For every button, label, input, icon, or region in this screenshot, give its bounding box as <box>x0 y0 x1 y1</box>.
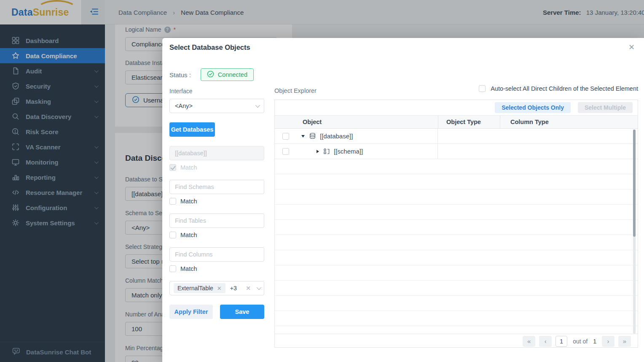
find-tables-input[interactable] <box>169 213 264 228</box>
find-schemas-input[interactable] <box>169 180 264 194</box>
status-label: Status : <box>169 71 191 78</box>
row-checkbox[interactable] <box>282 148 289 155</box>
match-label: Match <box>180 198 197 205</box>
empty-row <box>275 235 638 250</box>
expand-caret-icon[interactable] <box>317 150 319 153</box>
tree-row-schema[interactable]: [[schema]] <box>275 144 638 159</box>
selected-objects-only-button[interactable]: Selected Objects Only <box>495 102 571 113</box>
page-input[interactable] <box>555 336 567 347</box>
find-columns-input[interactable] <box>169 247 264 262</box>
autoselect-children-control: Auto-select All Direct Children of the S… <box>479 85 638 92</box>
object-explorer-table: Selected Objects Only Select Multiple Ob… <box>274 100 638 348</box>
empty-row <box>275 296 638 311</box>
empty-row <box>275 174 638 189</box>
prev-page-button[interactable]: ‹ <box>539 336 552 347</box>
tree-row-database[interactable]: [[database]] <box>275 129 638 144</box>
get-databases-button[interactable]: Get Databases <box>169 122 215 137</box>
chevron-down-icon <box>257 285 261 290</box>
apply-filter-button[interactable]: Apply Filter <box>169 305 213 319</box>
pagination: « ‹ out of 1 › » <box>275 334 638 348</box>
selected-tag: ExternalTable ✕ <box>174 283 225 293</box>
table-header: Object Object Type Column Type <box>275 115 638 129</box>
column-header-column-type: Column Type <box>500 116 638 128</box>
table-scrollbar <box>633 130 636 334</box>
close-icon[interactable]: ✕ <box>628 43 635 51</box>
chevron-down-icon <box>255 103 260 108</box>
modal-title: Select Database Objects <box>169 43 250 51</box>
empty-row <box>275 281 638 296</box>
more-tags-count: +3 <box>230 285 237 292</box>
match-checkbox-schemas[interactable] <box>169 198 176 205</box>
table-body: [[database]] [[schema]] <box>275 129 638 334</box>
tree-node-label: [[database]] <box>320 132 353 140</box>
remove-tag-icon[interactable]: ✕ <box>217 285 222 292</box>
empty-row <box>275 220 638 235</box>
first-page-button[interactable]: « <box>523 336 535 347</box>
out-of-label: out of <box>573 338 588 345</box>
match-label: Match <box>180 232 197 238</box>
table-toolbar: Selected Objects Only Select Multiple <box>275 100 638 115</box>
empty-row <box>275 205 638 220</box>
object-explorer-title: Object Explorer <box>274 87 317 94</box>
object-cell: [[database]] <box>275 129 438 143</box>
object-cell: [[schema]] <box>275 144 438 159</box>
row-checkbox[interactable] <box>282 133 289 140</box>
match-checkbox-tables[interactable] <box>169 232 176 238</box>
next-page-button[interactable]: › <box>602 336 614 347</box>
autoselect-label: Auto-select All Direct Children of the S… <box>491 85 638 92</box>
match-checkbox-database <box>169 164 176 171</box>
empty-row <box>275 159 638 174</box>
app: DataSunrise Dashboard Data Compliance Au… <box>0 0 644 362</box>
match-label: Match <box>180 265 197 272</box>
interface-label: Interface <box>169 88 192 95</box>
select-database-objects-modal: Select Database Objects ✕ Status : Conne… <box>162 38 644 362</box>
last-page-button[interactable]: » <box>618 336 631 347</box>
empty-row <box>275 250 638 265</box>
status-value: Connected <box>218 71 247 78</box>
empty-row <box>275 326 638 334</box>
empty-row <box>275 311 638 326</box>
collapse-caret-icon[interactable] <box>301 135 305 138</box>
database-filter-input <box>169 146 264 160</box>
empty-row <box>275 189 638 205</box>
autoselect-checkbox[interactable] <box>479 85 486 92</box>
match-checkbox-columns[interactable] <box>169 265 176 272</box>
status-badge: Connected <box>201 68 254 81</box>
schema-icon <box>323 148 330 155</box>
match-label: Match <box>180 164 197 171</box>
clear-icon[interactable]: ✕ <box>246 285 251 292</box>
database-icon <box>309 132 316 140</box>
scrollbar-thumb[interactable] <box>633 130 636 237</box>
column-header-object: Object <box>275 119 438 125</box>
empty-row <box>275 265 638 281</box>
save-button[interactable]: Save <box>220 305 264 319</box>
tree-node-label: [[schema]] <box>334 148 363 155</box>
check-circle-icon <box>207 70 214 79</box>
object-type-multiselect[interactable]: ExternalTable ✕ +3 ✕ <box>169 281 264 295</box>
select-multiple-button: Select Multiple <box>578 102 633 113</box>
interface-select[interactable]: <Any> <box>169 99 264 113</box>
total-pages: 1 <box>593 338 596 345</box>
column-header-object-type: Object Type <box>438 116 500 128</box>
